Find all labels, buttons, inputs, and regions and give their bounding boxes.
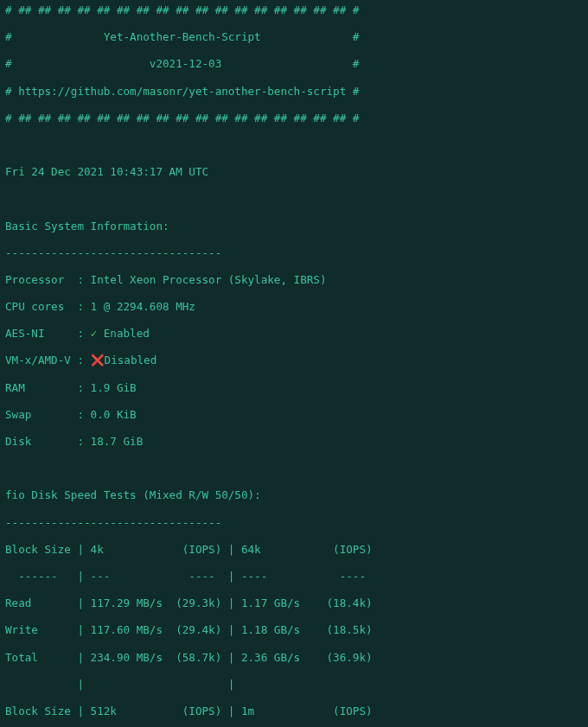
fio-read-4k: Read | 117.29 MB/s (29.3k) | 1.17 GB/s (… <box>5 596 583 610</box>
fio-sep1: ------ | --- ---- | ---- ---- <box>5 570 583 584</box>
sysinfo-cores: CPU cores : 1 @ 2294.608 MHz <box>5 300 583 314</box>
terminal-output: # ## ## ## ## ## ## ## ## ## ## ## ## ##… <box>0 0 588 727</box>
check-icon: ✓ <box>91 327 104 340</box>
aes-status: Enabled <box>104 327 150 340</box>
sysinfo-ram: RAM : 1.9 GiB <box>5 381 583 395</box>
fio-title: fio Disk Speed Tests (Mixed R/W 50/50): <box>5 488 583 502</box>
timestamp: Fri 24 Dec 2021 10:43:17 AM UTC <box>5 165 583 179</box>
fio-div: --------------------------------- <box>5 516 583 530</box>
blank <box>5 138 583 152</box>
sysinfo-swap: Swap : 0.0 KiB <box>5 408 583 422</box>
fio-total-4k: Total | 234.90 MB/s (58.7k) | 2.36 GB/s … <box>5 651 583 665</box>
fio-write-4k: Write | 117.60 MB/s (29.4k) | 1.18 GB/s … <box>5 623 583 637</box>
sysinfo-title: Basic System Information: <box>5 220 583 233</box>
vmx-label: VM-x/AMD-V : <box>5 354 91 367</box>
banner-border: # ## ## ## ## ## ## ## ## ## ## ## ## ##… <box>5 3 583 17</box>
sysinfo-proc: Processor : Intel Xeon Processor (Skylak… <box>5 273 583 287</box>
blank <box>5 462 583 475</box>
banner-title: # Yet-Another-Bench-Script # <box>5 30 583 44</box>
aes-label: AES-NI : <box>5 327 91 340</box>
fio-hdr2: Block Size | 512k (IOPS) | 1m (IOPS) <box>5 705 583 718</box>
banner-border2: # ## ## ## ## ## ## ## ## ## ## ## ## ##… <box>5 112 583 125</box>
sysinfo-disk: Disk : 18.7 GiB <box>5 435 583 449</box>
sysinfo-aes: AES-NI : ✓ Enabled <box>5 327 583 341</box>
fio-hdr1: Block Size | 4k (IOPS) | 64k (IOPS) <box>5 543 583 557</box>
vmx-status: Disabled <box>105 354 157 367</box>
banner-version: # v2021-12-03 # <box>5 57 583 71</box>
sysinfo-div: --------------------------------- <box>5 246 583 260</box>
fio-gap: | | <box>5 678 583 692</box>
blank <box>5 192 583 206</box>
banner-repo: # https://github.com/masonr/yet-another-… <box>5 85 583 99</box>
sysinfo-vmx: VM-x/AMD-V : ❌Disabled <box>5 354 583 367</box>
cross-icon: ❌ <box>91 354 105 367</box>
